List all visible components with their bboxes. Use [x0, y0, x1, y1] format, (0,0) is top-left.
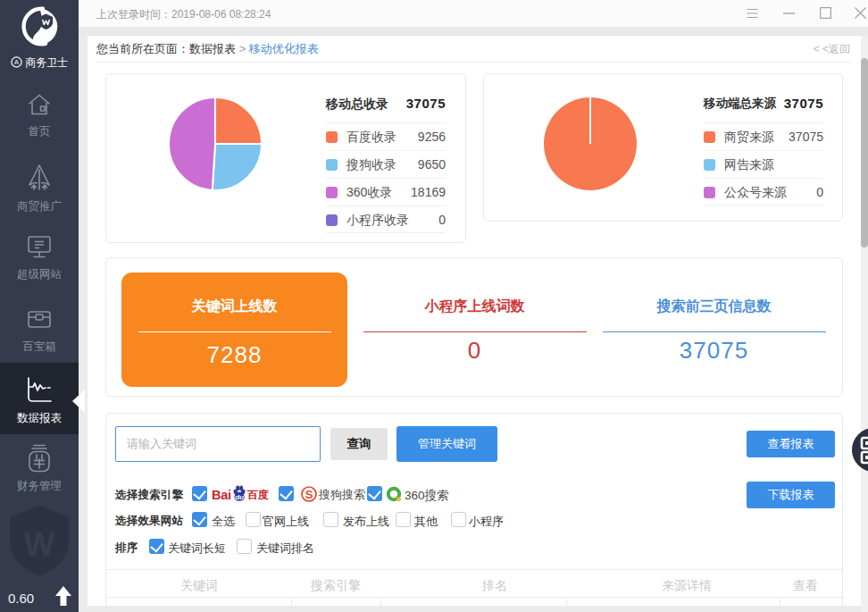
svg-text:S: S — [305, 488, 313, 501]
svg-text:W: W — [24, 526, 55, 563]
svg-text:A: A — [14, 58, 19, 66]
svg-text:du: du — [235, 493, 244, 501]
